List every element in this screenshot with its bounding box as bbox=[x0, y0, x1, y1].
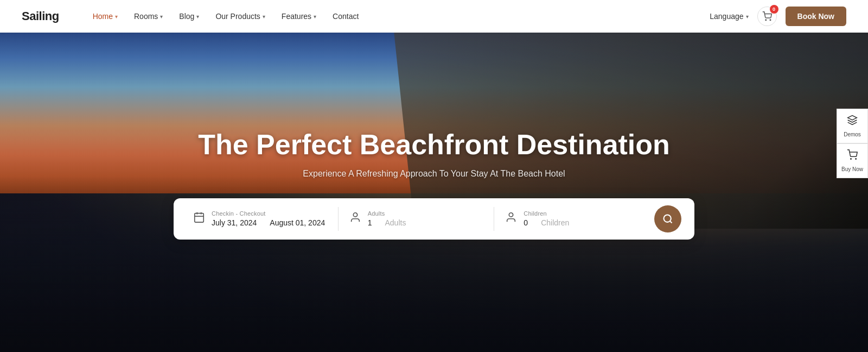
cart-badge: 0 bbox=[770, 5, 778, 14]
children-text: Children 0 Children bbox=[524, 210, 569, 227]
adults-placeholder: Adults bbox=[385, 218, 406, 227]
hero-content: The Perfect Beachfront Destination Exper… bbox=[0, 0, 868, 352]
child-icon bbox=[505, 211, 517, 226]
cart-side-icon bbox=[847, 149, 858, 163]
nav-label-blog: Blog bbox=[179, 12, 194, 21]
layers-icon bbox=[847, 115, 858, 128]
demos-label: Demos bbox=[844, 131, 861, 137]
svg-line-9 bbox=[670, 221, 672, 223]
chevron-down-icon: ▾ bbox=[314, 14, 316, 20]
nav-item-features[interactable]: Features ▾ bbox=[275, 9, 323, 24]
checkin-section[interactable]: Checkin - Checkout July 31, 2024 August … bbox=[182, 204, 338, 234]
svg-point-11 bbox=[851, 159, 852, 160]
svg-point-1 bbox=[770, 20, 771, 21]
svg-point-7 bbox=[509, 213, 513, 217]
svg-rect-2 bbox=[195, 213, 204, 223]
adults-value-pair: 1 Adults bbox=[368, 218, 406, 227]
nav-item-rooms[interactable]: Rooms ▾ bbox=[127, 9, 169, 24]
buy-now-side-label: Buy Now bbox=[841, 166, 863, 172]
checkout-date: August 01, 2024 bbox=[270, 218, 325, 227]
chevron-down-icon: ▾ bbox=[263, 14, 265, 20]
adults-section[interactable]: Adults 1 Adults bbox=[339, 204, 494, 234]
cart-button[interactable]: 0 bbox=[757, 7, 777, 26]
navbar: Sailing Home ▾ Rooms ▾ Blog ▾ Our Produc… bbox=[0, 0, 868, 33]
adults-text: Adults 1 Adults bbox=[368, 210, 406, 227]
side-buttons: Demos Buy Now bbox=[837, 109, 868, 178]
chevron-down-icon: ▾ bbox=[115, 14, 118, 20]
nav-label-features: Features bbox=[282, 12, 311, 21]
children-section[interactable]: Children 0 Children bbox=[494, 204, 650, 234]
svg-point-8 bbox=[664, 215, 671, 222]
nav-label-rooms: Rooms bbox=[134, 12, 158, 21]
nav-links: Home ▾ Rooms ▾ Blog ▾ Our Products ▾ Fea… bbox=[86, 9, 710, 24]
nav-item-home[interactable]: Home ▾ bbox=[86, 9, 124, 24]
nav-right: Language ▾ 0 Book Now bbox=[710, 7, 846, 26]
children-placeholder: Children bbox=[541, 218, 569, 227]
svg-point-0 bbox=[765, 20, 767, 21]
children-label: Children bbox=[524, 210, 569, 217]
adults-label: Adults bbox=[368, 210, 406, 217]
hero-subtitle: Experience A Refreshing Approach To Your… bbox=[303, 169, 565, 179]
svg-point-6 bbox=[353, 213, 357, 217]
checkin-text: Checkin - Checkout July 31, 2024 August … bbox=[212, 210, 325, 227]
nav-item-products[interactable]: Our Products ▾ bbox=[209, 9, 271, 24]
demos-button[interactable]: Demos bbox=[837, 109, 868, 143]
svg-point-12 bbox=[856, 159, 857, 160]
brand-logo: Sailing bbox=[22, 9, 59, 23]
svg-marker-10 bbox=[848, 116, 857, 120]
chevron-down-icon: ▾ bbox=[160, 14, 163, 20]
cart-icon bbox=[762, 11, 772, 21]
chevron-down-icon: ▾ bbox=[196, 14, 199, 20]
search-icon bbox=[662, 213, 673, 224]
calendar-icon bbox=[193, 211, 205, 226]
checkin-date: July 31, 2024 bbox=[212, 218, 257, 227]
search-bar: Checkin - Checkout July 31, 2024 August … bbox=[174, 198, 694, 240]
nav-label-products: Our Products bbox=[215, 12, 260, 21]
children-count: 0 bbox=[524, 218, 528, 227]
book-now-button[interactable]: Book Now bbox=[786, 7, 846, 26]
nav-item-blog[interactable]: Blog ▾ bbox=[173, 9, 206, 24]
nav-label-contact: Contact bbox=[333, 12, 359, 21]
buy-now-side-button[interactable]: Buy Now bbox=[837, 143, 868, 178]
chevron-down-icon: ▾ bbox=[746, 14, 749, 20]
children-value-pair: 0 Children bbox=[524, 218, 569, 227]
adults-count: 1 bbox=[368, 218, 372, 227]
nav-item-contact[interactable]: Contact bbox=[326, 9, 365, 24]
date-pair: July 31, 2024 August 01, 2024 bbox=[212, 218, 325, 227]
person-icon bbox=[349, 211, 361, 226]
language-selector[interactable]: Language ▾ bbox=[710, 12, 748, 21]
language-label: Language bbox=[710, 12, 743, 21]
nav-label-home: Home bbox=[93, 12, 113, 21]
checkin-label: Checkin - Checkout bbox=[212, 210, 325, 217]
hero-title: The Perfect Beachfront Destination bbox=[198, 129, 670, 161]
search-submit-button[interactable] bbox=[654, 205, 681, 232]
